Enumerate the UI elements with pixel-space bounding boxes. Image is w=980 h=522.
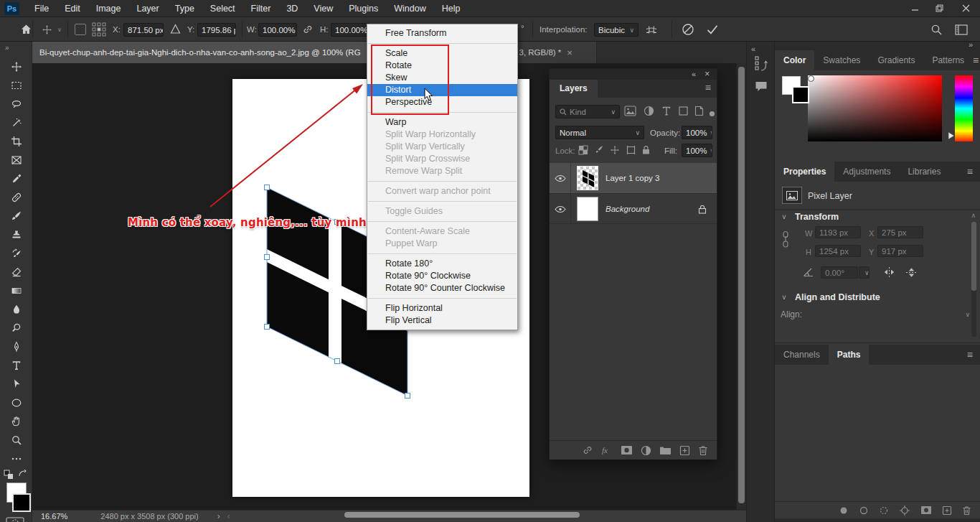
context-menu-item[interactable]: Perspective: [367, 96, 517, 108]
filter-adjustment-icon[interactable]: [644, 106, 654, 119]
delete-path-icon[interactable]: [962, 505, 971, 516]
tool-eyedropper-icon[interactable]: [0, 169, 32, 188]
context-menu-item[interactable]: Rotate 90° Clockwise: [367, 270, 517, 282]
close-panel-icon[interactable]: ×: [705, 70, 710, 79]
context-menu-item[interactable]: [368, 112, 517, 113]
menu-item[interactable]: Edit: [57, 4, 88, 14]
layer-filter-kind-select[interactable]: Kind ∨: [555, 105, 620, 118]
collapse-dock-icon[interactable]: «: [751, 45, 755, 53]
close-tab-icon[interactable]: ×: [567, 47, 573, 58]
link-dimensions-icon[interactable]: [300, 22, 316, 37]
menu-item[interactable]: Plugins: [341, 4, 386, 14]
context-menu-item[interactable]: [368, 43, 517, 44]
context-menu-item[interactable]: Scale: [367, 47, 517, 60]
scroll-up-icon[interactable]: ∧: [971, 212, 976, 219]
move-tool-dropdown-icon[interactable]: ∨: [57, 27, 62, 33]
align-section-caret-icon[interactable]: ˅: [782, 294, 786, 302]
commit-transform-icon[interactable]: [703, 21, 722, 38]
swap-colors-icon[interactable]: [17, 468, 28, 483]
hue-slider[interactable]: [955, 75, 973, 141]
context-menu-item[interactable]: Rotate: [367, 60, 517, 72]
toolbar-expand-icon[interactable]: »: [0, 42, 32, 57]
tool-move-icon[interactable]: [0, 57, 32, 76]
context-menu-item[interactable]: [368, 201, 517, 202]
context-menu-item[interactable]: Content-Aware Scale: [367, 225, 517, 238]
transform-x-field[interactable]: 275 px: [877, 226, 923, 238]
context-menu-item[interactable]: Split Warp Crosswise: [367, 153, 517, 165]
context-menu-item[interactable]: [368, 253, 517, 254]
new-path-icon[interactable]: [942, 505, 952, 516]
blend-mode-select[interactable]: Normal∨: [555, 126, 644, 139]
warp-mode-icon[interactable]: [643, 22, 660, 37]
actions-panel-icon[interactable]: [755, 56, 768, 76]
interpolation-select[interactable]: Bicubic∨: [594, 23, 639, 37]
transform-section-title[interactable]: Transform: [795, 212, 839, 222]
lock-all-icon[interactable]: [641, 145, 651, 158]
tool-history-brush-icon[interactable]: [0, 244, 32, 263]
reference-point-grid-icon[interactable]: [92, 22, 106, 39]
panel-menu-icon[interactable]: ≡: [967, 345, 973, 365]
context-menu-item[interactable]: Convert warp anchor point: [367, 185, 517, 197]
context-menu-item[interactable]: Warp: [367, 116, 517, 129]
tool-dodge-icon[interactable]: [0, 319, 32, 337]
context-menu-item[interactable]: [368, 221, 517, 222]
tool-rectangular-marquee-icon[interactable]: [0, 76, 32, 95]
panel-menu-icon[interactable]: ≡: [967, 162, 973, 182]
tab-patterns[interactable]: Patterns: [923, 50, 973, 70]
comments-panel-icon[interactable]: [755, 80, 768, 95]
transform-section-caret-icon[interactable]: ˅: [782, 213, 786, 221]
stroke-path-icon[interactable]: [859, 505, 869, 516]
context-menu-item[interactable]: Flip Horizontal: [367, 302, 517, 314]
menu-item[interactable]: View: [306, 4, 341, 14]
tool-healing-brush-icon[interactable]: [0, 188, 32, 207]
move-tool-icon[interactable]: [37, 20, 56, 39]
layer-thumbnail[interactable]: [577, 166, 598, 190]
x-value-field[interactable]: 871.50 px: [123, 23, 164, 37]
context-menu-item[interactable]: Distort: [367, 84, 517, 96]
tool-shape-ellipse-icon[interactable]: [0, 393, 32, 412]
tool-pen-icon[interactable]: [0, 337, 32, 356]
visibility-eye-icon[interactable]: [550, 163, 571, 193]
path-as-selection-icon[interactable]: [879, 505, 889, 516]
y-value-field[interactable]: 1795.86 px: [197, 23, 236, 37]
context-menu-item[interactable]: [368, 298, 517, 299]
fill-path-icon[interactable]: [839, 505, 849, 516]
properties-scrollbar[interactable]: [971, 222, 976, 337]
menu-item[interactable]: 3D: [278, 4, 306, 14]
flip-vertical-icon[interactable]: [905, 266, 918, 279]
tool-lasso-icon[interactable]: [0, 95, 32, 113]
context-menu-item[interactable]: Flip Vertical: [367, 314, 517, 327]
link-wh-icon[interactable]: [781, 230, 791, 252]
tool-frame-icon[interactable]: [0, 151, 32, 169]
tab-color[interactable]: Color: [775, 50, 814, 70]
add-mask-icon[interactable]: [920, 505, 932, 515]
new-group-icon[interactable]: [659, 445, 672, 455]
tab-paths[interactable]: Paths: [829, 345, 870, 365]
link-layers-icon[interactable]: [582, 444, 593, 456]
layer-thumbnail[interactable]: [577, 197, 598, 221]
angle-dropdown[interactable]: ∨: [859, 266, 870, 279]
status-chevron-right-icon[interactable]: ›: [217, 511, 220, 521]
tab-properties[interactable]: Properties: [775, 162, 834, 182]
cancel-transform-icon[interactable]: [679, 21, 697, 38]
panel-menu-icon[interactable]: ≡: [973, 50, 979, 70]
context-menu-item[interactable]: [368, 181, 517, 182]
tool-eraser-icon[interactable]: [0, 263, 32, 281]
menu-item[interactable]: File: [27, 4, 57, 14]
w-value-field[interactable]: 100.00%: [258, 23, 297, 37]
color-saturation-field[interactable]: [808, 75, 942, 141]
menu-item[interactable]: Filter: [243, 4, 279, 14]
filter-smart-object-icon[interactable]: [694, 106, 704, 119]
transform-w-field[interactable]: 1193 px: [815, 226, 861, 238]
tab-libraries[interactable]: Libraries: [899, 162, 949, 182]
default-colors-icon[interactable]: [4, 470, 14, 483]
context-menu-item[interactable]: Skew: [367, 72, 517, 84]
fill-field[interactable]: 100%∨: [682, 144, 712, 157]
layer-style-fx-icon[interactable]: fx: [601, 444, 613, 456]
visibility-eye-icon[interactable]: [550, 194, 571, 224]
context-menu-item[interactable]: Rotate 180°: [367, 258, 517, 270]
more-tools-icon[interactable]: [0, 449, 32, 468]
lock-artboard-icon[interactable]: [626, 145, 636, 158]
filter-pixel-icon[interactable]: [624, 106, 636, 119]
opacity-field[interactable]: 100%∨: [682, 126, 712, 139]
